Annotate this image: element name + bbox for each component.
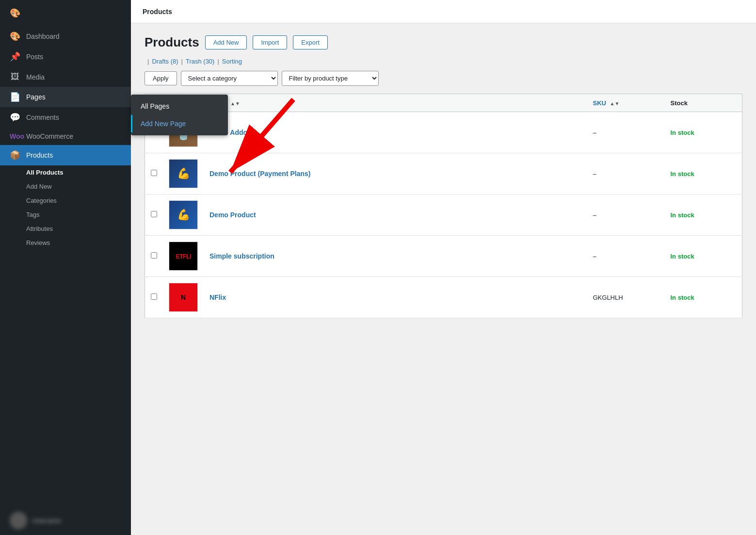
th-sku: SKU ▲▼ — [587, 94, 665, 112]
row-stock-cell: In stock — [665, 236, 742, 277]
sidebar-item-media[interactable]: 🖼 Media — [0, 67, 131, 87]
pages-dropdown-add-new[interactable]: Add New Page — [131, 115, 228, 132]
row-checkbox-cell — [145, 277, 163, 318]
stock-status: In stock — [671, 211, 694, 219]
submenu-categories[interactable]: Categories — [0, 194, 131, 208]
row-stock-cell: In stock — [665, 195, 742, 236]
row-sku-cell: – — [587, 153, 665, 195]
row-name-cell: NFlix — [204, 277, 587, 318]
media-icon: 🖼 — [10, 72, 20, 82]
avatar-name: Username — [32, 517, 61, 524]
sidebar-item-label: Comments — [26, 113, 59, 121]
dashboard-icon: 🎨 — [10, 31, 20, 42]
products-header: Products Add New Import Export — [145, 35, 742, 50]
row-checkbox-cell — [145, 236, 163, 277]
woocommerce-icon: Woo — [10, 132, 20, 140]
row-checkbox-cell — [145, 195, 163, 236]
sidebar-logo: 🎨 — [0, 0, 131, 26]
row-stock-cell: In stock — [665, 277, 742, 318]
sidebar-item-label: Posts — [26, 53, 43, 61]
filter-tabs-bar: | Drafts (8) | Trash (30) | Sorting — [145, 58, 742, 65]
wp-logo-icon: 🎨 — [10, 8, 20, 18]
th-name: Name ▲▼ — [204, 94, 587, 112]
row-image-cell: 💪 — [163, 153, 204, 195]
row-sku-cell: – — [587, 195, 665, 236]
table-row: 💪 Demo Product (Payment Plans) – In stoc… — [145, 153, 742, 195]
avatar — [10, 512, 27, 529]
products-submenu: All Products Add New Categories Tags Att… — [0, 165, 131, 250]
product-name-link[interactable]: Simple subscription — [209, 252, 274, 260]
sidebar-item-posts[interactable]: 📌 Posts — [0, 47, 131, 67]
tab-drafts[interactable]: Drafts (8) — [152, 58, 178, 65]
product-type-filter-select[interactable]: Filter by product type — [282, 71, 379, 86]
posts-icon: 📌 — [10, 51, 20, 62]
sidebar-item-label: Media — [26, 73, 45, 81]
sku-sort-label[interactable]: SKU ▲▼ — [593, 99, 620, 107]
product-thumbnail: 💪 — [169, 159, 198, 188]
user-avatar-area: Username — [0, 506, 131, 535]
row-name-cell: Simple subscription — [204, 236, 587, 277]
sidebar-item-pages[interactable]: 📄 Pages — [0, 87, 131, 107]
row-checkbox[interactable] — [151, 211, 157, 217]
product-name-link[interactable]: NFlix — [209, 293, 226, 301]
main-content: Products Products Add New Import Export … — [131, 0, 756, 535]
page-title: Products — [145, 35, 199, 50]
sidebar-item-label: WooCommerce — [26, 132, 73, 140]
row-stock-cell: In stock — [665, 153, 742, 195]
row-sku-cell: GKGLHLH — [587, 277, 665, 318]
product-thumbnail: 💪 — [169, 200, 198, 229]
tab-trash[interactable]: Trash (30) — [186, 58, 214, 65]
table-row: ETFLI Simple subscription – In stock — [145, 236, 742, 277]
row-checkbox[interactable] — [151, 170, 157, 176]
pages-dropdown-all-pages[interactable]: All Pages — [131, 97, 228, 115]
row-image-cell: ETFLI — [163, 236, 204, 277]
export-button[interactable]: Export — [293, 35, 328, 49]
product-thumbnail: N — [169, 283, 198, 312]
row-checkbox[interactable] — [151, 293, 157, 300]
submenu-add-new[interactable]: Add New — [0, 179, 131, 194]
table-header-row: 🖼 Name ▲▼ SKU ▲▼ Stock — [145, 94, 742, 112]
table-row: 💪 Demo Product – In stock — [145, 195, 742, 236]
stock-status: In stock — [671, 294, 694, 301]
tab-sorting[interactable]: Sorting — [222, 58, 242, 65]
comments-icon: 💬 — [10, 112, 20, 123]
table-row: 🥤 Demo Addon – In stock — [145, 112, 742, 153]
sidebar-item-label: Dashboard — [26, 32, 60, 40]
row-stock-cell: In stock — [665, 112, 742, 153]
apply-button[interactable]: Apply — [145, 71, 177, 85]
sidebar: 🎨 🎨 Dashboard 📌 Posts 🖼 Media 📄 Pages 💬 … — [0, 0, 131, 535]
products-table: 🖼 Name ▲▼ SKU ▲▼ Stock — [145, 94, 742, 318]
admin-topbar: Products — [131, 0, 756, 23]
row-sku-cell: – — [587, 236, 665, 277]
row-sku-cell: – — [587, 112, 665, 153]
pages-icon: 📄 — [10, 92, 20, 102]
submenu-reviews[interactable]: Reviews — [0, 236, 131, 250]
topbar-title: Products — [143, 8, 172, 16]
row-name-cell: Demo Product (Payment Plans) — [204, 153, 587, 195]
table-row: N NFlix GKGLHLH In stock — [145, 277, 742, 318]
product-name-link[interactable]: Demo Product — [209, 211, 256, 219]
sidebar-item-woocommerce[interactable]: Woo WooCommerce — [0, 128, 131, 145]
import-button[interactable]: Import — [253, 35, 287, 49]
submenu-attributes[interactable]: Attributes — [0, 222, 131, 236]
row-checkbox[interactable] — [151, 252, 157, 259]
product-thumbnail: ETFLI — [169, 242, 198, 271]
sidebar-item-comments[interactable]: 💬 Comments — [0, 107, 131, 128]
category-filter-select[interactable]: Select a category — [181, 71, 278, 86]
add-new-button[interactable]: Add New — [205, 35, 247, 49]
product-name-link[interactable]: Demo Product (Payment Plans) — [209, 170, 311, 178]
submenu-tags[interactable]: Tags — [0, 208, 131, 222]
stock-status: In stock — [671, 170, 694, 178]
sidebar-item-dashboard[interactable]: 🎨 Dashboard — [0, 26, 131, 47]
row-image-cell: N — [163, 277, 204, 318]
row-name-cell: Demo Addon — [204, 112, 587, 153]
th-stock: Stock — [665, 94, 742, 112]
row-image-cell: 💪 — [163, 195, 204, 236]
submenu-all-products[interactable]: All Products — [0, 165, 131, 179]
stock-status: In stock — [671, 253, 694, 260]
stock-status: In stock — [671, 129, 694, 136]
sidebar-item-products[interactable]: 📦 Products — [0, 145, 131, 165]
products-icon: 📦 — [10, 150, 20, 161]
sidebar-item-label: Pages — [26, 93, 46, 101]
row-checkbox-cell — [145, 153, 163, 195]
